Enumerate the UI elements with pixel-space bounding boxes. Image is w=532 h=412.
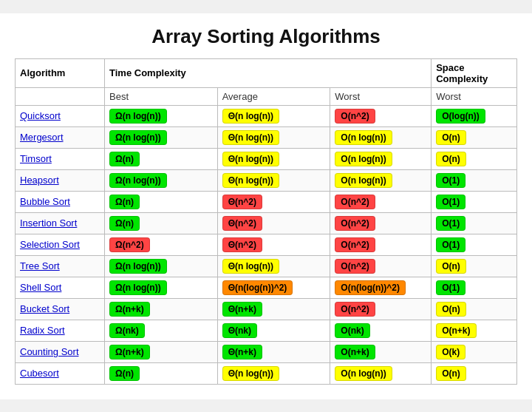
worst-space-cell: O(n) (432, 298, 517, 320)
table-row: Counting SortΩ(n+k)Θ(n+k)O(n+k)O(k) (16, 341, 517, 362)
algo-name-link[interactable]: Cubesort (20, 368, 59, 379)
worst-time-badge: O(n^2) (335, 195, 375, 209)
algo-name-link[interactable]: Quicksort (20, 110, 61, 121)
worst-space-cell: O(n) (432, 148, 517, 169)
average-badge: Θ(n+k) (222, 345, 262, 359)
algo-name-link[interactable]: Timsort (20, 153, 52, 164)
algo-name-cell: Bucket Sort (16, 298, 105, 320)
best-badge: Ω(n log(n)) (109, 259, 167, 274)
best-cell: Ω(n log(n)) (105, 277, 218, 298)
algo-subheader (16, 87, 105, 105)
table-row: CubesortΩ(n)Θ(n log(n))O(n log(n))O(n) (16, 362, 517, 384)
table-row: Bubble SortΩ(n)Θ(n^2)O(n^2)O(1) (16, 191, 517, 212)
algo-name-link[interactable]: Mergesort (20, 132, 64, 143)
worst-time-badge: O(n log(n)) (335, 173, 392, 188)
algo-name-cell: Tree Sort (16, 255, 105, 277)
algo-name-link[interactable]: Shell Sort (20, 282, 61, 293)
algo-name-cell: Selection Sort (16, 234, 105, 255)
algo-name-cell: Counting Sort (16, 341, 105, 362)
worst-time-cell: O(n log(n)) (330, 169, 432, 191)
worst-space-cell: O(1) (432, 169, 517, 191)
best-subheader: Best (105, 87, 218, 105)
worst-space-badge: O(n) (436, 130, 466, 145)
algo-name-cell: Cubesort (16, 362, 105, 384)
best-cell: Ω(n^2) (105, 234, 218, 255)
worst-time-badge: O(n^2) (335, 109, 375, 124)
best-badge: Ω(n) (109, 195, 140, 209)
algo-name-cell: Mergesort (16, 126, 105, 148)
worst-space-badge: O(1) (436, 237, 466, 252)
algo-header: Algorithm (16, 58, 105, 87)
best-badge: Ω(n+k) (109, 302, 150, 317)
algo-name-cell: Insertion Sort (16, 212, 105, 234)
average-badge: Θ(n^2) (222, 195, 262, 209)
best-cell: Ω(n+k) (105, 341, 218, 362)
worst-space-cell: O(1) (432, 191, 517, 212)
best-badge: Ω(nk) (109, 323, 145, 338)
algo-name-link[interactable]: Insertion Sort (20, 217, 77, 229)
algo-name-link[interactable]: Bubble Sort (20, 196, 70, 207)
worst-time-cell: O(n(log(n))^2) (330, 277, 432, 298)
worst-space-cell: O(k) (432, 341, 517, 362)
best-cell: Ω(n log(n)) (105, 105, 218, 126)
best-cell: Ω(n log(n)) (105, 169, 218, 191)
algo-name-link[interactable]: Selection Sort (20, 239, 80, 250)
average-badge: Θ(n log(n)) (222, 173, 279, 188)
worst-space-cell: O(n) (432, 362, 517, 384)
best-badge: Ω(n^2) (109, 237, 150, 252)
average-badge: Θ(n^2) (222, 216, 262, 231)
algo-name-link[interactable]: Heapsort (20, 175, 59, 186)
table-row: TimsortΩ(n)Θ(n log(n))O(n log(n))O(n) (16, 148, 517, 169)
average-badge: Θ(n log(n)) (222, 152, 279, 166)
space-complexity-header: Space Complexity (432, 58, 517, 87)
algo-name-cell: Timsort (16, 148, 105, 169)
best-cell: Ω(n log(n)) (105, 255, 218, 277)
average-subheader: Average (217, 87, 330, 105)
worst-time-cell: O(n^2) (330, 298, 432, 320)
worst-time-badge: O(n log(n)) (335, 366, 392, 381)
worst-space-badge: O(log(n)) (436, 109, 485, 124)
main-container: Array Sorting Algorithms Algorithm Time … (0, 13, 532, 399)
worst-space-badge: O(1) (436, 280, 466, 295)
table-row: Radix SortΩ(nk)Θ(nk)O(nk)O(n+k) (16, 320, 517, 341)
algo-name-link[interactable]: Bucket Sort (20, 303, 69, 314)
average-badge: Θ(n log(n)) (222, 130, 279, 145)
worst-space-cell: O(1) (432, 212, 517, 234)
best-badge: Ω(n) (109, 216, 140, 231)
best-badge: Ω(n log(n)) (109, 109, 167, 124)
worst-space-badge: O(1) (436, 216, 466, 231)
algo-name-cell: Heapsort (16, 169, 105, 191)
best-cell: Ω(n+k) (105, 298, 218, 320)
best-cell: Ω(n) (105, 191, 218, 212)
sorting-table: Algorithm Time Complexity Space Complexi… (15, 58, 517, 385)
algo-name-cell: Shell Sort (16, 277, 105, 298)
average-cell: Θ(n log(n)) (217, 362, 330, 384)
algo-name-cell: Quicksort (16, 105, 105, 126)
best-cell: Ω(n) (105, 212, 218, 234)
average-badge: Θ(n(log(n))^2) (222, 280, 293, 295)
table-body: QuicksortΩ(n log(n))Θ(n log(n))O(n^2)O(l… (16, 105, 517, 384)
worst-time-cell: O(n+k) (330, 341, 432, 362)
average-cell: Θ(n log(n)) (217, 105, 330, 126)
table-row: QuicksortΩ(n log(n))Θ(n log(n))O(n^2)O(l… (16, 105, 517, 126)
table-row: Bucket SortΩ(n+k)Θ(n+k)O(n^2)O(n) (16, 298, 517, 320)
worst-space-badge: O(n) (436, 366, 466, 381)
best-badge: Ω(n log(n)) (109, 173, 167, 188)
worst-time-badge: O(n^2) (335, 302, 375, 317)
best-badge: Ω(n+k) (109, 345, 150, 359)
average-cell: Θ(n log(n)) (217, 169, 330, 191)
table-row: Shell SortΩ(n log(n))Θ(n(log(n))^2)O(n(l… (16, 277, 517, 298)
average-cell: Θ(n log(n)) (217, 255, 330, 277)
algo-name-link[interactable]: Counting Sort (20, 346, 79, 357)
worst-time-badge: O(n+k) (335, 345, 375, 359)
algo-name-link[interactable]: Radix Sort (20, 325, 65, 336)
average-cell: Θ(n^2) (217, 191, 330, 212)
average-cell: Θ(n+k) (217, 341, 330, 362)
worst-time-badge: O(n log(n)) (335, 130, 392, 145)
page-title: Array Sorting Algorithms (15, 25, 517, 48)
worst-space-subheader: Worst (432, 87, 517, 105)
worst-time-badge: O(n^2) (335, 259, 375, 274)
best-badge: Ω(n) (109, 152, 140, 166)
algo-name-link[interactable]: Tree Sort (20, 260, 60, 271)
average-cell: Θ(n log(n)) (217, 126, 330, 148)
